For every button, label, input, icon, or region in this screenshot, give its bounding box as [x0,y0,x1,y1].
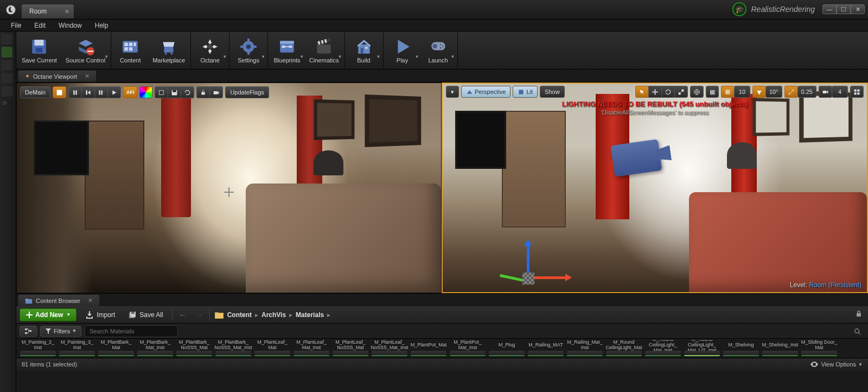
window-tab[interactable]: Room ✕ [22,4,74,18]
asset-item[interactable]: M_​Painting_​2_​Inst [18,339,58,358]
afi-button[interactable]: AFI [123,86,138,98]
minimize-button[interactable]: — [822,4,837,14]
perspective-dropdown[interactable]: Perspective [461,86,510,98]
build-button[interactable]: Build ▼ [346,31,382,69]
breadcrumb-root[interactable]: Content [227,311,252,319]
asset-item[interactable]: M_​PlantBark_​Mat [97,339,136,358]
gutter-icon[interactable] [2,73,12,84]
viewport-options-button[interactable]: ▾ [446,86,459,98]
save-all-button[interactable]: Save All [124,308,167,321]
refresh-button[interactable] [181,86,194,98]
asset-item[interactable]: M_​Shelving [722,339,761,358]
view-options-button[interactable]: View Options ▼ [810,361,863,368]
asset-item[interactable]: M_​PlantPot_​Mat_​Inst [448,339,487,358]
scale-mode-button[interactable] [674,86,688,98]
search-input[interactable] [85,325,178,337]
menu-file[interactable]: File [5,20,27,31]
resume-button[interactable] [94,86,107,98]
play-render-button[interactable] [107,86,121,98]
grid-snap-value[interactable]: 10 [734,86,750,98]
asset-item[interactable]: M_​Shelving_​Inst [761,339,800,358]
close-icon[interactable]: ✕ [88,297,93,304]
marketplace-button[interactable]: Marketplace [148,31,189,69]
show-dropdown[interactable]: Show [540,86,565,98]
octane-button[interactable]: Octane ▼ [192,31,228,69]
image-mode-button[interactable] [53,86,66,98]
gutter-icon[interactable] [2,34,12,45]
settings-button[interactable]: Settings ▼ [231,31,266,69]
sources-toggle-button[interactable] [20,326,37,337]
lock-camera-button[interactable] [196,86,209,98]
nav-forward-button[interactable]: → [193,309,205,320]
coordinate-space-button[interactable] [690,86,704,98]
asset-item[interactable]: M_​Painting_​3_​Inst [58,339,97,358]
asset-item[interactable]: M_​Round CeilingLight_​Mat [604,339,643,358]
scale-snap-toggle[interactable] [784,86,797,98]
rotation-snap-value[interactable]: 10° [765,86,782,98]
maximize-viewport-button[interactable] [850,86,864,98]
gutter-icon[interactable] [2,86,12,97]
pause-button[interactable] [68,86,81,98]
rotation-snap-toggle[interactable] [752,86,765,98]
asset-item[interactable]: M_​PlantBark_​NoSSS_​Mat_​Inst [214,339,253,358]
source-control-button[interactable]: Source Control ▼ [61,31,110,69]
tutorial-icon[interactable]: 🎓 [732,2,746,16]
asset-item[interactable]: M_​PlantBark_​NoSSS_​Mat [175,339,214,358]
region-button[interactable] [155,86,168,98]
menu-edit[interactable]: Edit [29,20,51,31]
close-button[interactable]: ✕ [851,4,865,14]
asset-item[interactable]: M_​PlantBark_​Mat_​Inst [136,339,175,358]
scale-snap-value[interactable]: 0.25 [797,86,816,98]
demain-dropdown[interactable]: DeMain [20,86,50,98]
lock-icon[interactable] [855,310,863,319]
asset-item[interactable]: M_​Round CeilingLight_​Mat_​Inst [643,339,682,358]
camera-button[interactable] [209,86,223,98]
select-mode-button[interactable] [635,86,648,98]
asset-item[interactable]: M_​Round CeilingLight_​Mat_​LIT_​Inst [682,339,722,358]
save-image-button[interactable] [168,86,181,98]
content-button[interactable]: Content [112,31,148,69]
camera-speed-value[interactable]: 4 [832,86,848,98]
tab-content-browser[interactable]: Content Browser ✕ [18,295,99,306]
save-button[interactable]: Save Current [17,31,61,69]
octane-viewport[interactable]: DeMain AFI UpdateFlags [16,83,442,293]
close-icon[interactable]: ✕ [65,8,69,15]
gutter-icon[interactable] [2,60,12,71]
asset-item[interactable]: M_​Railing_​Mat_​Inst [565,339,604,358]
blueprints-button[interactable]: Blueprints ▼ [269,31,305,69]
tab-octane-viewport[interactable]: ✦ Octane Viewport ✕ [18,71,96,82]
expand-arrow-icon[interactable]: ▷ [0,99,16,106]
rotate-mode-button[interactable] [661,86,674,98]
cinematics-button[interactable]: Cinematics ▼ [305,31,343,69]
grid-snap-toggle[interactable] [721,86,734,98]
maximize-button[interactable]: ☐ [837,4,851,14]
add-new-button[interactable]: Add New ▼ [20,308,76,321]
asset-item[interactable]: M_​Railing_​MAT [526,339,565,358]
asset-item[interactable]: M_​Plug [487,339,526,358]
transform-gizmo[interactable] [502,226,561,286]
import-button[interactable]: Import [81,308,119,321]
level-name[interactable]: Room (Persistent) [809,281,861,289]
play-button[interactable]: Play ▼ [385,31,420,69]
asset-item[interactable]: M_​PlantPot_​Mat [409,339,448,358]
close-icon[interactable]: ✕ [85,73,90,80]
nav-back-button[interactable]: ← [177,309,189,320]
camera-speed-button[interactable] [819,86,832,98]
editor-viewport[interactable]: ▾ Perspective Lit Show ▦ 10 10° [442,83,868,293]
asset-item[interactable]: M_​PlantLeaf_​NoSSS_​Mat [331,339,370,358]
gutter-icon[interactable] [2,47,12,58]
asset-item[interactable]: M_​PlantLeaf_​Mat [253,339,292,358]
menu-window[interactable]: Window [53,20,87,31]
surface-snap-button[interactable]: ▦ [706,86,719,98]
asset-item[interactable]: M_​PlantLeaf_​NoSSS_​Mat_​Inst [370,339,409,358]
color-wheel-button[interactable] [139,86,152,98]
asset-grid[interactable]: M_​Painting_​2_​InstM_​Painting_​3_​Inst… [16,339,868,358]
breadcrumb-folder[interactable]: ArchVis [261,311,286,319]
asset-item[interactable]: M_​PlantLeaf_​Mat_​Inst [292,339,331,358]
translate-mode-button[interactable] [648,86,661,98]
stop-button[interactable] [81,86,94,98]
breadcrumb-folder[interactable]: Materials [296,311,324,319]
menu-help[interactable]: Help [90,20,114,31]
update-flags-button[interactable]: UpdateFlags [225,86,269,98]
folder-icon[interactable] [214,311,224,319]
